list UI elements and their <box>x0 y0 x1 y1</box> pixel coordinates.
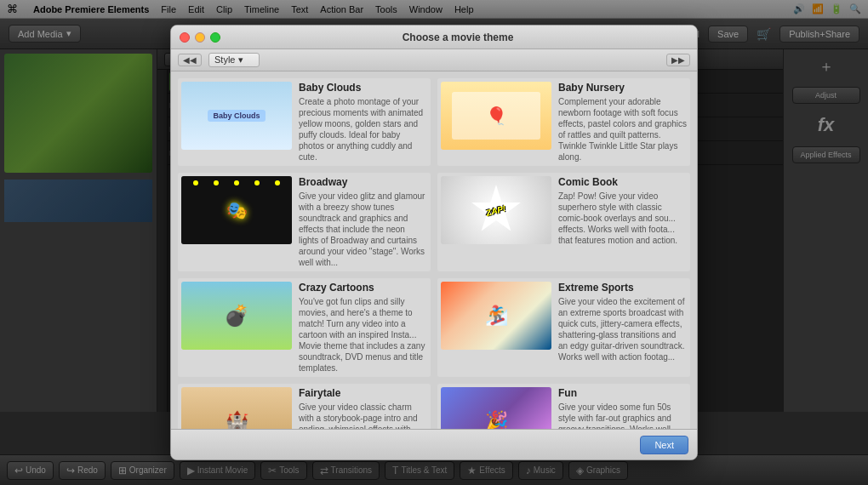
nursery-balloon-icon: 🎈 <box>486 106 507 126</box>
theme-desc-baby-nursery: Complement your adorable newborn footage… <box>558 96 687 163</box>
broadway-bg: 🎭 <box>181 176 292 244</box>
next-button[interactable]: Next <box>640 436 688 454</box>
theme-info-cartoons: Crazy Cartoons You've got fun clips and … <box>299 282 427 374</box>
fun-icon: 🎉 <box>485 410 508 429</box>
modal-dialog: Choose a movie theme ◀◀ Style ▾ ▶▶ Baby … <box>170 25 698 460</box>
minimize-button[interactable] <box>195 32 205 43</box>
theme-desc-extreme: Give your video the excitement of an ext… <box>558 296 687 362</box>
theme-desc-cartoons: You've got fun clips and silly movies, a… <box>299 296 427 374</box>
theme-desc-comic: Zap! Pow! Give your video superhero styl… <box>558 191 687 246</box>
theme-info-comic: Comic Book Zap! Pow! Give your video sup… <box>558 176 687 268</box>
comic-bg: ZAP! <box>441 176 551 244</box>
style-bar: ◀◀ Style ▾ ▶▶ <box>171 49 697 71</box>
theme-thumb-broadway: 🎭 <box>181 176 292 244</box>
nav-next-button[interactable]: ▶▶ <box>666 54 690 66</box>
theme-item-baby-clouds[interactable]: Baby Clouds Baby Clouds Create a photo m… <box>178 78 431 166</box>
theme-item-fairytale[interactable]: 🏰 Fairytale Give your video classic char… <box>178 384 431 429</box>
theme-info-fun: Fun Give your video some fun 50s style w… <box>558 387 687 429</box>
modal-footer: Next <box>171 429 697 459</box>
fairytale-bg: 🏰 <box>181 387 292 429</box>
nav-prev-button[interactable]: ◀◀ <box>178 54 202 66</box>
theme-name-cartoons: Crazy Cartoons <box>299 282 427 294</box>
broadway-light-3 <box>234 180 239 185</box>
theme-info-extreme: Extreme Sports Give your video the excit… <box>558 282 687 374</box>
theme-thumb-extreme: 🏂 <box>441 282 551 350</box>
broadway-light-5 <box>275 180 280 185</box>
style-label: Style <box>214 54 235 65</box>
broadway-light-2 <box>214 180 219 185</box>
style-dropdown[interactable]: Style ▾ <box>208 53 260 67</box>
cartoon-bomb-icon: 💣 <box>224 304 249 328</box>
nursery-bg: 🎈 <box>441 82 551 150</box>
broadway-light-1 <box>193 180 198 185</box>
fairytale-icon: 🏰 <box>226 410 248 429</box>
theme-thumb-cartoons: 💣 <box>181 282 292 350</box>
theme-name-broadway: Broadway <box>299 176 427 188</box>
nursery-inner: 🎈 <box>452 92 540 140</box>
theme-desc-baby-clouds: Create a photo montage of your precious … <box>299 96 427 163</box>
theme-desc-fun: Give your video some fun 50s style with … <box>558 402 687 429</box>
theme-item-crazy-cartoons[interactable]: 💣 Crazy Cartoons You've got fun clips an… <box>178 278 431 377</box>
theme-item-fun[interactable]: 🎉 Fun Give your video some fun 50s style… <box>437 384 690 429</box>
theme-info-fairytale: Fairytale Give your video classic charm … <box>299 387 427 429</box>
style-arrow-icon: ▾ <box>238 54 243 65</box>
cartoon-bg: 💣 <box>181 282 292 350</box>
broadway-light-4 <box>254 180 260 185</box>
theme-name-fun: Fun <box>558 387 687 399</box>
theme-name-comic: Comic Book <box>558 176 687 188</box>
theme-info-baby-nursery: Baby Nursery Complement your adorable ne… <box>558 82 687 163</box>
theme-item-extreme-sports[interactable]: 🏂 Extreme Sports Give your video the exc… <box>437 278 690 377</box>
theme-name-extreme: Extreme Sports <box>558 282 687 294</box>
maximize-button[interactable] <box>210 32 220 43</box>
theme-info-baby-clouds: Baby Clouds Create a photo montage of yo… <box>299 82 427 163</box>
fun-bg: 🎉 <box>441 387 551 429</box>
extreme-bg: 🏂 <box>441 282 551 350</box>
traffic-lights <box>180 32 220 43</box>
theme-item-comic-book[interactable]: ZAP! Comic Book Zap! Pow! Give your vide… <box>437 173 690 271</box>
broadway-stage-icon: 🎭 <box>226 200 248 220</box>
modal-title: Choose a movie theme <box>227 31 688 43</box>
broadway-lights <box>186 180 288 189</box>
theme-desc-broadway: Give your video glitz and glamour with a… <box>299 191 427 268</box>
modal-overlay: Choose a movie theme ◀◀ Style ▾ ▶▶ Baby … <box>0 0 868 485</box>
baby-clouds-label: Baby Clouds <box>208 110 265 122</box>
theme-thumb-baby-clouds: Baby Clouds <box>181 82 292 150</box>
theme-name-baby-clouds: Baby Clouds <box>299 82 427 94</box>
close-button[interactable] <box>180 32 190 43</box>
theme-grid: Baby Clouds Baby Clouds Create a photo m… <box>171 71 697 429</box>
theme-thumb-fun: 🎉 <box>441 387 551 429</box>
theme-name-fairytale: Fairytale <box>299 387 427 399</box>
theme-item-broadway[interactable]: 🎭 Broadway Give your video glitz and gla… <box>178 173 431 271</box>
theme-info-broadway: Broadway Give your video glitz and glamo… <box>299 176 427 268</box>
theme-thumb-fairytale: 🏰 <box>181 387 292 429</box>
theme-thumb-comic: ZAP! <box>441 176 551 244</box>
modal-titlebar: Choose a movie theme <box>171 26 697 49</box>
theme-item-baby-nursery[interactable]: 🎈 Baby Nursery Complement your adorable … <box>437 78 690 166</box>
theme-thumb-baby-nursery: 🎈 <box>441 82 551 150</box>
baby-clouds-bg: Baby Clouds <box>181 82 292 150</box>
extreme-sports-icon: 🏂 <box>485 305 508 327</box>
theme-desc-fairytale: Give your video classic charm with a sto… <box>299 402 427 429</box>
theme-name-baby-nursery: Baby Nursery <box>558 82 687 94</box>
